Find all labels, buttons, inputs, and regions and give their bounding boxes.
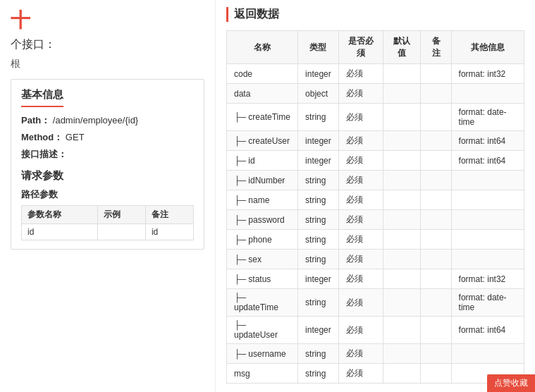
- table-cell-type: object: [298, 84, 339, 104]
- return-data-title: 返回数据: [226, 7, 524, 22]
- path-row: Path： /admin/employee/{id}: [21, 114, 194, 127]
- table-cell-note: [421, 190, 451, 210]
- table-cell-default: [383, 104, 421, 131]
- method-label: Method：: [21, 132, 63, 142]
- table-cell-required: 必须: [338, 344, 383, 364]
- path-label: Path：: [21, 115, 50, 125]
- table-cell-other: [451, 210, 524, 230]
- table-cell: id: [145, 224, 193, 240]
- table-cell-type: string: [298, 364, 339, 384]
- table-cell-type: string: [298, 190, 339, 210]
- table-cell-required: 必须: [338, 104, 383, 131]
- table-cell-note: [421, 317, 451, 344]
- table-cell-type: integer: [298, 317, 339, 344]
- table-cell-note: [421, 84, 451, 104]
- table-cell-other: format: int32: [451, 269, 524, 289]
- table-cell-name: ├─ updateUser: [227, 317, 298, 344]
- table-cell-name: ├─ phone: [227, 230, 298, 250]
- table-cell-required: 必须: [338, 230, 383, 250]
- table-cell-name: ├─ createUser: [227, 131, 298, 151]
- params-table: 参数名称 示例 备注 idid: [21, 205, 194, 240]
- table-row: ├─ updateUserinteger必须format: int64: [227, 317, 524, 344]
- table-cell-note: [421, 230, 451, 250]
- table-cell-default: [383, 131, 421, 151]
- top-mark: 十: [11, 7, 204, 34]
- table-cell-note: [421, 344, 451, 364]
- table-cell-note: [421, 171, 451, 190]
- table-row: ├─ phonestring必须: [227, 230, 524, 250]
- table-cell-name: ├─ status: [227, 269, 298, 289]
- table-cell-other: [451, 344, 524, 364]
- table-row: ├─ createUserinteger必须format: int64: [227, 131, 524, 151]
- table-cell-other: format: date-time: [451, 104, 524, 131]
- table-row: ├─ statusinteger必须format: int32: [227, 269, 524, 289]
- method-value: GET: [66, 132, 85, 142]
- method-row: Method： GET: [21, 131, 194, 144]
- table-row: ├─ idinteger必须format: int64: [227, 151, 524, 171]
- table-cell-other: format: int64: [451, 131, 524, 151]
- table-row: ├─ idNumberstring必须: [227, 171, 524, 190]
- table-cell-required: 必须: [338, 171, 383, 190]
- col-name: 名称: [227, 31, 298, 64]
- subtitle: 个接口：: [11, 37, 204, 52]
- table-cell-other: format: int64: [451, 317, 524, 344]
- table-cell-name: data: [227, 84, 298, 104]
- csdn-badge-text: 点赞收藏: [494, 378, 528, 388]
- table-cell-required: 必须: [338, 151, 383, 171]
- csdn-badge: 点赞收藏: [487, 374, 535, 392]
- table-row: dataobject必须: [227, 84, 524, 104]
- table-cell-required: 必须: [338, 64, 383, 84]
- note: 根: [11, 58, 204, 71]
- table-cell-type: string: [298, 250, 339, 269]
- col-remark: 备注: [145, 206, 193, 224]
- table-cell-name: ├─ name: [227, 190, 298, 210]
- table-cell-required: 必须: [338, 250, 383, 269]
- table-cell-other: [451, 190, 524, 210]
- table-cell: [97, 224, 145, 240]
- right-panel: 返回数据 名称 类型 是否必须 默认值 备注 其他信息 codeinteger必…: [215, 0, 535, 392]
- data-table: 名称 类型 是否必须 默认值 备注 其他信息 codeinteger必须form…: [226, 30, 524, 384]
- table-cell-note: [421, 269, 451, 289]
- table-row: ├─ namestring必须: [227, 190, 524, 210]
- table-cell-type: string: [298, 210, 339, 230]
- col-default: 默认值: [383, 31, 421, 64]
- table-cell-note: [421, 364, 451, 384]
- table-cell-note: [421, 131, 451, 151]
- table-cell-type: string: [298, 230, 339, 250]
- table-cell-type: integer: [298, 269, 339, 289]
- col-note: 备注: [421, 31, 451, 64]
- data-table-header-row: 名称 类型 是否必须 默认值 备注 其他信息: [227, 31, 524, 64]
- desc-row: 接口描述：: [21, 148, 194, 161]
- table-cell-type: string: [298, 344, 339, 364]
- table-cell-default: [383, 230, 421, 250]
- table-cell-other: format: int32: [451, 64, 524, 84]
- table-cell-type: string: [298, 289, 339, 317]
- table-row: ├─ createTimestring必须format: date-time: [227, 104, 524, 131]
- table-cell-type: string: [298, 171, 339, 190]
- params-table-header-row: 参数名称 示例 备注: [22, 206, 194, 224]
- table-cell-name: ├─ sex: [227, 250, 298, 269]
- col-required: 是否必须: [338, 31, 383, 64]
- table-cell-required: 必须: [338, 131, 383, 151]
- table-cell-name: ├─ password: [227, 210, 298, 230]
- col-type: 类型: [298, 31, 339, 64]
- table-cell-note: [421, 289, 451, 317]
- table-cell-name: ├─ username: [227, 344, 298, 364]
- table-cell-name: code: [227, 64, 298, 84]
- table-cell-other: [451, 230, 524, 250]
- table-cell-default: [383, 289, 421, 317]
- table-cell-default: [383, 151, 421, 171]
- path-params-title: 路径参数: [21, 188, 194, 201]
- table-row: ├─ usernamestring必须: [227, 344, 524, 364]
- table-cell-default: [383, 171, 421, 190]
- path-value: /admin/employee/{id}: [53, 115, 138, 125]
- table-cell-type: integer: [298, 151, 339, 171]
- table-cell-other: format: date-time: [451, 289, 524, 317]
- table-cell-required: 必须: [338, 190, 383, 210]
- col-other: 其他信息: [451, 31, 524, 64]
- table-cell-other: [451, 171, 524, 190]
- table-cell-default: [383, 344, 421, 364]
- table-cell-note: [421, 151, 451, 171]
- request-params-title: 请求参数: [21, 169, 194, 183]
- table-row: idid: [22, 224, 194, 240]
